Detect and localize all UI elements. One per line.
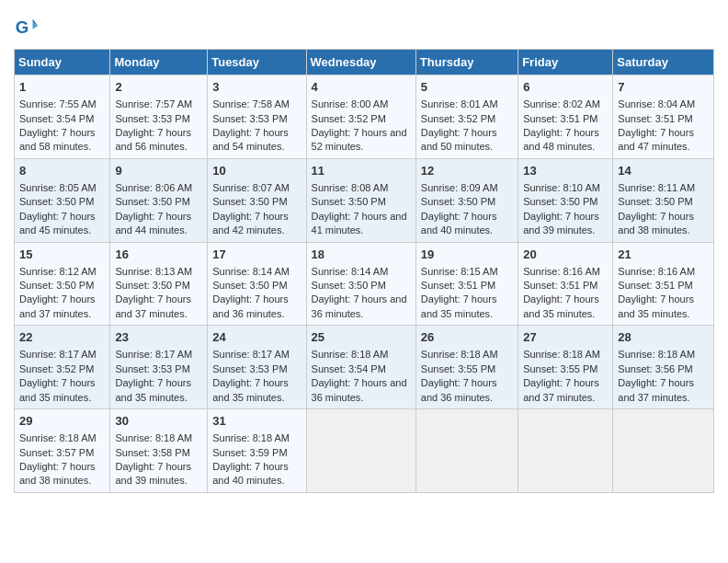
daylight-text: Daylight: 7 hours and 38 minutes. xyxy=(19,461,96,486)
daylight-text: Daylight: 7 hours and 38 minutes. xyxy=(618,211,694,236)
day-number: 23 xyxy=(115,329,202,346)
calendar-cell: 8Sunrise: 8:05 AMSunset: 3:50 PMDaylight… xyxy=(15,158,110,242)
sunset-text: Sunset: 3:51 PM xyxy=(421,280,495,291)
day-number: 16 xyxy=(115,247,202,263)
calendar-cell: 14Sunrise: 8:11 AMSunset: 3:50 PMDayligh… xyxy=(613,158,714,242)
sunset-text: Sunset: 3:58 PM xyxy=(115,447,189,458)
sunrise-text: Sunrise: 8:17 AM xyxy=(212,349,290,360)
calendar-cell: 21Sunrise: 8:16 AMSunset: 3:51 PMDayligh… xyxy=(613,242,714,326)
sunrise-text: Sunrise: 8:18 AM xyxy=(19,432,97,443)
header-monday: Monday xyxy=(110,50,208,75)
sunrise-text: Sunrise: 8:14 AM xyxy=(312,266,389,277)
sunset-text: Sunset: 3:52 PM xyxy=(421,113,495,124)
sunset-text: Sunset: 3:59 PM xyxy=(212,447,287,458)
daylight-text: Daylight: 7 hours and 39 minutes. xyxy=(523,211,599,236)
day-number: 11 xyxy=(312,163,411,179)
daylight-text: Daylight: 7 hours and 35 minutes. xyxy=(523,293,599,318)
sunset-text: Sunset: 3:50 PM xyxy=(312,196,386,207)
calendar-cell: 25Sunrise: 8:18 AMSunset: 3:54 PMDayligh… xyxy=(306,326,415,409)
calendar-cell: 17Sunrise: 8:14 AMSunset: 3:50 PMDayligh… xyxy=(208,242,306,326)
daylight-text: Daylight: 7 hours and 56 minutes. xyxy=(115,127,191,152)
sunset-text: Sunset: 3:50 PM xyxy=(115,280,189,291)
sunrise-text: Sunrise: 8:02 AM xyxy=(523,98,600,109)
sunset-text: Sunset: 3:56 PM xyxy=(618,363,692,374)
daylight-text: Daylight: 7 hours and 42 minutes. xyxy=(212,211,289,236)
sunset-text: Sunset: 3:50 PM xyxy=(421,196,495,207)
day-number: 20 xyxy=(523,247,608,263)
sunset-text: Sunset: 3:53 PM xyxy=(212,113,287,124)
day-number: 27 xyxy=(523,329,608,346)
calendar-cell: 31Sunrise: 8:18 AMSunset: 3:59 PMDayligh… xyxy=(208,409,306,493)
calendar-cell: 11Sunrise: 8:08 AMSunset: 3:50 PMDayligh… xyxy=(306,158,415,242)
sunset-text: Sunset: 3:57 PM xyxy=(19,447,94,458)
sunrise-text: Sunrise: 8:18 AM xyxy=(523,349,600,360)
sunrise-text: Sunrise: 8:18 AM xyxy=(421,349,498,360)
calendar-cell: 9Sunrise: 8:06 AMSunset: 3:50 PMDaylight… xyxy=(110,158,208,242)
sunset-text: Sunset: 3:53 PM xyxy=(212,363,287,374)
calendar-cell: 27Sunrise: 8:18 AMSunset: 3:55 PMDayligh… xyxy=(518,326,613,409)
calendar-cell: 18Sunrise: 8:14 AMSunset: 3:50 PMDayligh… xyxy=(306,242,415,326)
sunrise-text: Sunrise: 8:16 AM xyxy=(523,266,600,277)
sunrise-text: Sunrise: 8:09 AM xyxy=(421,182,498,193)
sunrise-text: Sunrise: 8:07 AM xyxy=(212,182,290,193)
daylight-text: Daylight: 7 hours and 52 minutes. xyxy=(312,127,407,152)
sunset-text: Sunset: 3:50 PM xyxy=(212,280,287,291)
sunset-text: Sunset: 3:51 PM xyxy=(523,280,597,291)
sunrise-text: Sunrise: 8:17 AM xyxy=(19,349,97,360)
calendar-cell: 10Sunrise: 8:07 AMSunset: 3:50 PMDayligh… xyxy=(208,158,306,242)
calendar-cell xyxy=(306,409,415,493)
daylight-text: Daylight: 7 hours and 47 minutes. xyxy=(618,127,694,152)
sunrise-text: Sunrise: 8:10 AM xyxy=(523,182,600,193)
day-number: 6 xyxy=(523,79,608,96)
calendar-cell: 1Sunrise: 7:55 AMSunset: 3:54 PMDaylight… xyxy=(15,75,110,159)
daylight-text: Daylight: 7 hours and 35 minutes. xyxy=(115,377,191,402)
daylight-text: Daylight: 7 hours and 36 minutes. xyxy=(312,293,407,318)
calendar-cell: 20Sunrise: 8:16 AMSunset: 3:51 PMDayligh… xyxy=(518,242,613,326)
sunset-text: Sunset: 3:50 PM xyxy=(312,280,386,291)
sunset-text: Sunset: 3:53 PM xyxy=(115,363,189,374)
sunrise-text: Sunrise: 8:14 AM xyxy=(212,266,290,277)
calendar-cell: 6Sunrise: 8:02 AMSunset: 3:51 PMDaylight… xyxy=(518,75,613,159)
calendar-week-4: 22Sunrise: 8:17 AMSunset: 3:52 PMDayligh… xyxy=(15,326,714,409)
calendar-header-row: SundayMondayTuesdayWednesdayThursdayFrid… xyxy=(15,50,714,75)
daylight-text: Daylight: 7 hours and 44 minutes. xyxy=(115,211,191,236)
sunrise-text: Sunrise: 7:57 AM xyxy=(115,98,192,109)
daylight-text: Daylight: 7 hours and 41 minutes. xyxy=(312,211,407,236)
sunset-text: Sunset: 3:50 PM xyxy=(19,280,94,291)
sunset-text: Sunset: 3:54 PM xyxy=(19,113,94,124)
sunset-text: Sunset: 3:53 PM xyxy=(115,113,189,124)
day-number: 8 xyxy=(19,163,105,179)
daylight-text: Daylight: 7 hours and 37 minutes. xyxy=(115,293,191,318)
daylight-text: Daylight: 7 hours and 35 minutes. xyxy=(212,377,289,402)
day-number: 7 xyxy=(618,79,709,96)
header-wednesday: Wednesday xyxy=(306,50,415,75)
calendar-week-1: 1Sunrise: 7:55 AMSunset: 3:54 PMDaylight… xyxy=(15,75,714,159)
calendar-week-2: 8Sunrise: 8:05 AMSunset: 3:50 PMDaylight… xyxy=(15,158,714,242)
day-number: 14 xyxy=(618,163,709,179)
daylight-text: Daylight: 7 hours and 40 minutes. xyxy=(212,461,289,486)
calendar-cell xyxy=(518,409,613,493)
calendar-cell: 5Sunrise: 8:01 AMSunset: 3:52 PMDaylight… xyxy=(415,75,518,159)
sunset-text: Sunset: 3:50 PM xyxy=(523,196,597,207)
day-number: 28 xyxy=(618,329,709,346)
sunset-text: Sunset: 3:50 PM xyxy=(212,196,287,207)
calendar-cell: 28Sunrise: 8:18 AMSunset: 3:56 PMDayligh… xyxy=(613,326,714,409)
day-number: 10 xyxy=(212,163,301,179)
sunrise-text: Sunrise: 8:18 AM xyxy=(115,432,192,443)
logo-icon: G xyxy=(14,14,40,40)
sunset-text: Sunset: 3:50 PM xyxy=(618,196,692,207)
calendar-cell: 29Sunrise: 8:18 AMSunset: 3:57 PMDayligh… xyxy=(15,409,110,493)
header-saturday: Saturday xyxy=(613,50,714,75)
svg-text:G: G xyxy=(16,17,29,37)
sunset-text: Sunset: 3:51 PM xyxy=(618,280,692,291)
sunrise-text: Sunrise: 8:11 AM xyxy=(618,182,695,193)
daylight-text: Daylight: 7 hours and 40 minutes. xyxy=(421,211,497,236)
calendar-cell: 16Sunrise: 8:13 AMSunset: 3:50 PMDayligh… xyxy=(110,242,208,326)
header-friday: Friday xyxy=(518,50,613,75)
day-number: 2 xyxy=(115,79,202,96)
day-number: 3 xyxy=(212,79,301,96)
day-number: 26 xyxy=(421,329,513,346)
page-header: G xyxy=(14,14,714,40)
calendar-cell xyxy=(415,409,518,493)
sunset-text: Sunset: 3:51 PM xyxy=(523,113,597,124)
